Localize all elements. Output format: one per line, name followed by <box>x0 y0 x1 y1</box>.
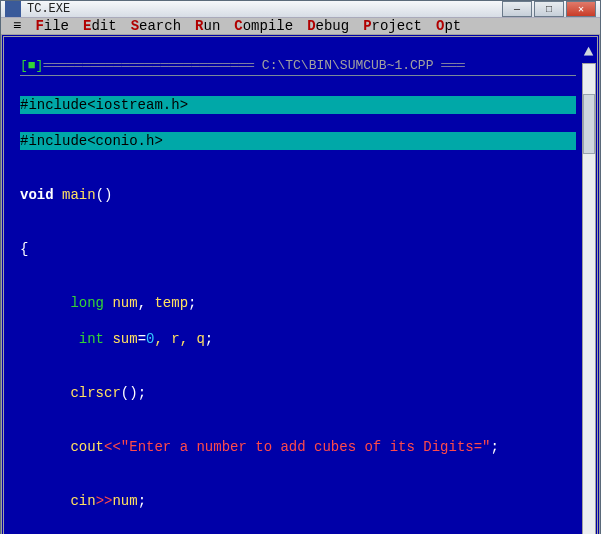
menu-debug[interactable]: DDebugebug <box>307 18 349 34</box>
window-buttons: — □ ✕ <box>502 1 596 17</box>
code-line: #include<conio.h> <box>20 132 576 150</box>
menu-search[interactable]: SSearchearch <box>131 18 181 34</box>
code-line: int sum=0, r, q; <box>20 330 576 348</box>
menu-edit[interactable]: EEditdit <box>83 18 117 34</box>
code-line: void main() <box>20 186 576 204</box>
scroll-thumb[interactable] <box>583 94 595 154</box>
menu-project[interactable]: PProjectroject <box>363 18 422 34</box>
tab-header: [■]═══════════════════════════ C:\TC\BIN… <box>20 57 576 76</box>
scroll-track[interactable] <box>582 63 596 534</box>
tab-marker[interactable]: [■] <box>20 58 43 73</box>
minimize-button[interactable]: — <box>502 1 532 17</box>
code-line: { <box>20 240 576 258</box>
menubar: ≡ FFileile EEditdit SSearchearch RRunun … <box>1 18 600 34</box>
window-title: TC.EXE <box>27 2 70 16</box>
code-area[interactable]: [■]═══════════════════════════ C:\TC\BIN… <box>16 37 580 534</box>
code-line: long num, temp; <box>20 294 576 312</box>
titlebar[interactable]: TC.EXE — □ ✕ <box>1 1 600 18</box>
menu-file[interactable]: FFileile <box>35 18 69 34</box>
app-window: TC.EXE — □ ✕ ≡ FFileile EEditdit SSearch… <box>0 0 601 534</box>
file-path: C:\TC\BIN\SUMCUB~1.CPP <box>262 58 434 73</box>
maximize-button[interactable]: □ <box>534 1 564 17</box>
dash-icon[interactable]: ≡ <box>13 18 21 34</box>
menu-run[interactable]: RRunun <box>195 18 220 34</box>
editor-area: [■]═══════════════════════════ C:\TC\BIN… <box>1 34 600 534</box>
code-line: cout<<"Enter a number to add cubes of it… <box>20 438 576 456</box>
close-button[interactable]: ✕ <box>566 1 596 17</box>
app-icon <box>5 1 21 17</box>
vertical-scrollbar[interactable]: ▲ ▼ <box>580 37 597 534</box>
scroll-up-icon[interactable]: ▲ <box>584 43 594 61</box>
code-line: clrscr(); <box>20 384 576 402</box>
menu-options[interactable]: OOptpt <box>436 18 461 34</box>
code-line: cin>>num; <box>20 492 576 510</box>
gutter <box>4 37 16 534</box>
menu-compile[interactable]: CCompileompile <box>234 18 293 34</box>
code-line: #include<iostream.h> <box>20 96 576 114</box>
